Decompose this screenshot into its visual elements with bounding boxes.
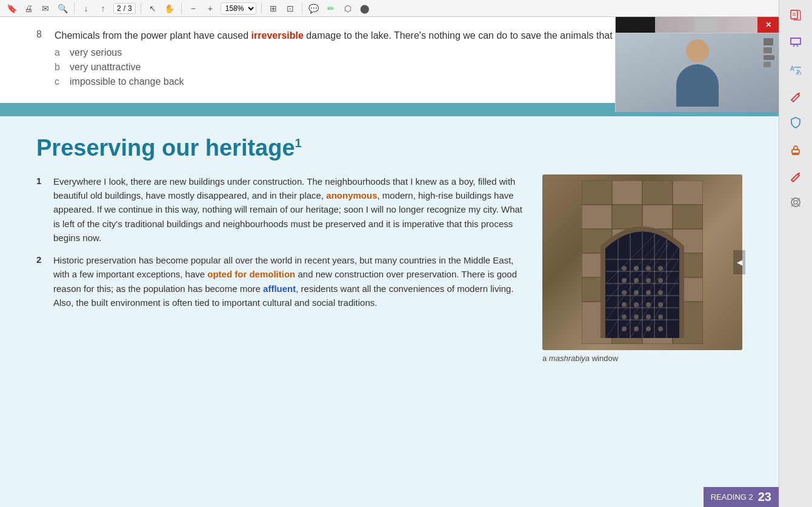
translate-icon[interactable]: Aあ [785,58,807,80]
svg-point-61 [658,302,663,307]
fit-width-button[interactable]: ⊡ [284,2,297,15]
video-tab-close[interactable]: ✕ [757,17,779,33]
svg-point-62 [622,314,627,319]
document-scan-icon[interactable] [785,5,807,27]
heritage-title-superscript: 1 [295,137,302,150]
video-tab-black-1[interactable] [616,17,655,33]
zoom-select[interactable]: 158% [221,2,256,15]
svg-point-59 [634,302,639,307]
frame-decoration-4 [764,62,771,67]
image-caption: a mashrabiya window [542,354,742,363]
stamp-icon[interactable] [785,138,807,160]
person-head [686,39,709,62]
wrench-icon[interactable] [785,191,807,213]
right-sidebar: Aあ [779,0,812,507]
svg-point-63 [634,314,639,319]
svg-point-79 [794,200,797,204]
highlight-button[interactable]: ✏ [324,2,338,15]
video-overlay: ✕ [615,17,779,112]
svg-point-65 [658,314,663,319]
video-feed [616,33,779,112]
zoom-in-button[interactable]: + [204,2,217,15]
separator-5 [302,3,302,14]
svg-rect-7 [673,181,703,205]
svg-point-50 [622,278,627,283]
heritage-body: 1 Everywhere I look, there are new build… [36,174,742,363]
instructor-video [676,39,719,107]
para-2-highlight-2: affluent [263,283,296,294]
signature-button[interactable]: ⬡ [341,2,354,15]
svg-point-53 [658,278,663,283]
para-2-text: Historic preservation has become popular… [53,253,524,310]
question-text-prefix: Chemicals from the power plant have caus… [55,30,251,41]
option-b-letter: b [55,62,70,73]
svg-point-48 [646,266,651,271]
reading-label: READING 2 [711,492,753,502]
svg-rect-8 [582,205,612,229]
separator-2 [141,3,141,14]
para-1-text: Everywhere I look, there are new buildin… [53,174,524,245]
frame-decoration-1 [764,38,773,45]
panel-collapse-button[interactable]: ◀ [733,250,745,274]
mashrabiya-image [542,174,742,350]
search-button[interactable]: 🔍 [56,2,69,15]
para-1-number: 1 [36,176,47,245]
bookmark-button[interactable]: 🔖 [5,2,18,15]
svg-rect-11 [673,205,703,229]
pen-white-icon[interactable] [785,165,807,187]
shield-icon[interactable] [785,111,807,133]
svg-point-52 [646,278,651,283]
pdf-content: 8 Chemicals from the power plant have ca… [0,17,779,507]
svg-rect-6 [642,181,673,205]
question-text: Chemicals from the power plant have caus… [55,29,657,42]
mail-button[interactable]: ✉ [39,2,52,15]
heritage-section: Preserving our heritage1 1 Everywhere I … [0,116,779,507]
zoom-out-button[interactable]: − [187,2,200,15]
page-current: 2 [117,4,121,13]
heritage-text: 1 Everywhere I look, there are new build… [36,174,524,363]
svg-rect-10 [642,205,673,229]
option-c-text: impossible to change back [70,76,184,87]
page-indicator: READING 2 23 [704,487,779,507]
pen-red-icon[interactable] [785,85,807,107]
separator-1 [74,3,75,14]
comment-button[interactable]: 💬 [307,2,321,15]
question-number: 8 [36,29,55,40]
caption-pre: a [542,354,549,363]
nav-up-button[interactable]: ↑ [96,2,110,15]
svg-point-54 [622,290,627,295]
svg-text:A: A [790,65,794,72]
heritage-title: Preserving our heritage1 [36,134,742,162]
svg-point-68 [646,326,651,331]
caption-post: window [590,354,618,363]
svg-point-60 [646,302,651,307]
svg-rect-75 [792,150,799,153]
svg-point-55 [634,290,639,295]
caption-italic: mashrabiya [549,354,590,363]
question-highlight: irreversible [251,30,304,41]
video-tab-strip: ✕ [616,17,779,33]
fit-page-button[interactable]: ⊞ [267,2,280,15]
svg-rect-5 [612,181,642,205]
svg-point-58 [622,302,627,307]
frame-decoration-2 [764,47,772,53]
nav-down-button[interactable]: ↓ [79,2,93,15]
separator-4 [261,3,262,14]
question-text-suffix: damage to the lake. There's nothing we c… [304,30,657,41]
cursor-tool-button[interactable]: ↖ [146,2,159,15]
para-2-number: 2 [36,254,47,310]
hand-tool-button[interactable]: ✋ [163,2,176,15]
para-2-highlight-1: opted for demolition [207,269,295,279]
video-tab-thumb[interactable] [655,17,757,33]
option-c-letter: c [55,76,70,87]
page-navigation: 2 / 3 [113,3,136,14]
chat-icon[interactable] [785,31,807,53]
svg-point-64 [646,314,651,319]
page-separator: / [124,4,125,13]
print-button[interactable]: 🖨 [22,2,35,15]
page-total: 3 [128,4,132,13]
separator-3 [181,3,182,14]
svg-point-56 [646,290,651,295]
svg-point-69 [658,326,663,331]
eraser-button[interactable]: ⬤ [358,2,371,15]
